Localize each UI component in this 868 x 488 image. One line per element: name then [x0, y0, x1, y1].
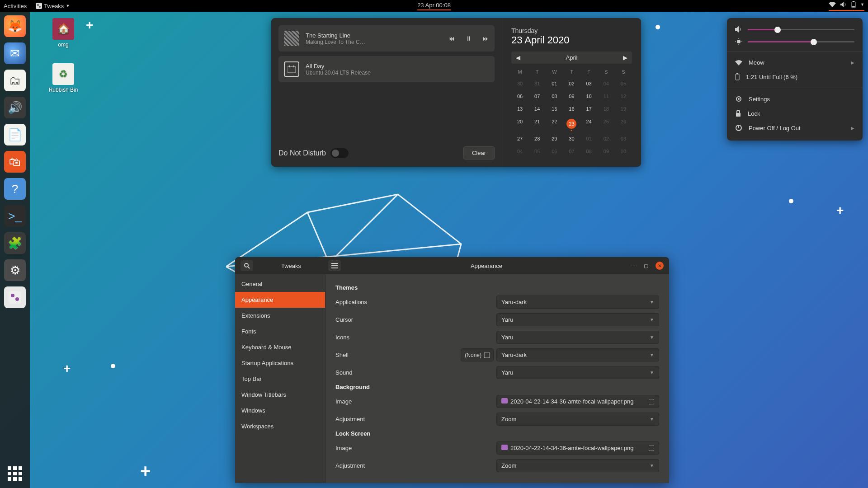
media-next-button[interactable]: ⏭ — [483, 35, 489, 42]
calendar-day[interactable]: 02 — [563, 77, 580, 90]
calendar-day[interactable]: 30 — [511, 77, 528, 90]
calendar-day[interactable]: 04 — [511, 145, 528, 158]
dock-firefox[interactable]: 🦊 — [4, 15, 26, 37]
calendar-day[interactable]: 10 — [615, 145, 632, 158]
calendar-day[interactable]: 09 — [598, 145, 615, 158]
calendar-day[interactable]: 05 — [528, 145, 546, 158]
calendar-day[interactable]: 24 — [580, 115, 598, 132]
calendar-day[interactable]: 10 — [580, 90, 598, 103]
dock-settings[interactable]: ⚙ — [4, 259, 26, 281]
hamburger-button[interactable] — [328, 260, 341, 271]
calendar-day[interactable]: 08 — [546, 90, 563, 103]
calendar-prev-button[interactable]: ◀ — [516, 54, 520, 61]
sidebar-item-workspaces[interactable]: Workspaces — [235, 418, 325, 434]
bg-image-chooser[interactable]: 2020-04-22-14-34-36-amte-focal-wallpaper… — [496, 395, 659, 408]
calendar-day[interactable]: 22 — [546, 115, 563, 132]
dock-rhythmbox[interactable]: 🔊 — [4, 97, 26, 118]
dock-thunderbird[interactable]: ✉ — [4, 42, 26, 64]
sidebar-item-general[interactable]: General — [235, 276, 325, 292]
sound-combo[interactable]: Yaru▼ — [496, 366, 659, 379]
calendar-next-button[interactable]: ▶ — [623, 54, 627, 61]
clear-notifications-button[interactable]: Clear — [463, 146, 495, 160]
settings-menu-item[interactable]: Settings — [727, 92, 863, 106]
event-notification[interactable]: All Day Ubuntu 20.04 LTS Release — [278, 56, 495, 82]
dock-software[interactable]: 🛍 — [4, 151, 26, 173]
shell-none-button[interactable]: (None) — [461, 348, 494, 361]
media-notification[interactable]: The Starting Line Making Love To The C… … — [278, 25, 495, 52]
media-prev-button[interactable]: ⏮ — [448, 35, 455, 42]
dock-terminal[interactable]: >_ — [4, 205, 26, 227]
dnd-toggle[interactable] — [330, 148, 349, 158]
calendar-day[interactable]: 21 — [528, 115, 546, 132]
sidebar-item-startup-applications[interactable]: Startup Applications — [235, 355, 325, 371]
applications-combo[interactable]: Yaru-dark▼ — [496, 296, 659, 309]
desktop-trash[interactable]: ♻ Rubbish Bin — [45, 63, 81, 93]
calendar-day[interactable]: 02 — [598, 132, 615, 145]
calendar-day[interactable]: 25 — [598, 115, 615, 132]
maximize-button[interactable]: ▢ — [643, 263, 649, 269]
clock[interactable]: 23 Apr 00:08 — [417, 2, 451, 10]
sidebar-item-keyboard-mouse[interactable]: Keyboard & Mouse — [235, 339, 325, 355]
calendar-day[interactable]: 13 — [511, 103, 528, 115]
calendar-day[interactable]: 16 — [563, 103, 580, 115]
power-menu-item[interactable]: Power Off / Log Out▶ — [727, 121, 863, 135]
calendar-day[interactable]: 14 — [528, 103, 546, 115]
dock-extensions[interactable]: 🧩 — [4, 232, 26, 254]
calendar-day[interactable]: 15 — [546, 103, 563, 115]
calendar-day[interactable]: 19 — [615, 103, 632, 115]
sidebar-item-extensions[interactable]: Extensions — [235, 308, 325, 324]
calendar-day[interactable]: 12 — [615, 90, 632, 103]
media-pause-button[interactable]: ⏸ — [466, 35, 472, 42]
system-tray[interactable]: ▼ — [829, 1, 864, 11]
calendar-day[interactable]: 09 — [563, 90, 580, 103]
close-button[interactable]: ✕ — [656, 262, 664, 270]
calendar-day[interactable]: 03 — [615, 132, 632, 145]
calendar-day[interactable]: 03 — [580, 77, 598, 90]
calendar-day[interactable]: 28 — [528, 132, 546, 145]
sidebar-item-top-bar[interactable]: Top Bar — [235, 371, 325, 387]
calendar-day[interactable]: 18 — [598, 103, 615, 115]
battery-menu-item[interactable]: 1:21 Until Full (6 %) — [727, 70, 863, 84]
calendar-day[interactable]: 01 — [546, 77, 563, 90]
lock-menu-item[interactable]: Lock — [727, 106, 863, 121]
dock-show-apps[interactable] — [4, 463, 26, 484]
calendar-day[interactable]: 06 — [546, 145, 563, 158]
cursor-combo[interactable]: Yaru▼ — [496, 313, 659, 326]
search-button[interactable] — [241, 260, 253, 271]
dock-writer[interactable]: 📄 — [4, 124, 26, 145]
calendar-day[interactable]: 29 — [546, 132, 563, 145]
wifi-menu-item[interactable]: Meow▶ — [727, 56, 863, 70]
desktop-home-folder[interactable]: 🏠 omg — [45, 18, 81, 48]
calendar-day[interactable]: 26 — [615, 115, 632, 132]
calendar-day[interactable]: 06 — [511, 90, 528, 103]
dock-files[interactable]: 🗂 — [4, 70, 26, 91]
activities-button[interactable]: Activities — [4, 3, 27, 9]
calendar-day[interactable]: 05 — [615, 77, 632, 90]
volume-slider[interactable] — [748, 29, 854, 30]
calendar-day[interactable]: 07 — [563, 145, 580, 158]
calendar-day[interactable]: 30 — [563, 132, 580, 145]
sidebar-item-fonts[interactable]: Fonts — [235, 324, 325, 339]
minimize-button[interactable]: ─ — [630, 263, 637, 269]
dock-help[interactable]: ? — [4, 178, 26, 200]
calendar-day[interactable]: 23 — [563, 115, 580, 132]
brightness-slider[interactable] — [748, 41, 854, 42]
calendar-day[interactable]: 01 — [580, 132, 598, 145]
ls-image-chooser[interactable]: 2020-04-22-14-34-36-amte-focal-wallpaper… — [496, 441, 659, 455]
sidebar-item-appearance[interactable]: Appearance — [235, 292, 325, 308]
calendar-day[interactable]: 20 — [511, 115, 528, 132]
sidebar-item-window-titlebars[interactable]: Window Titlebars — [235, 387, 325, 403]
calendar-day[interactable]: 11 — [598, 90, 615, 103]
calendar-day[interactable]: 04 — [598, 77, 615, 90]
shell-combo[interactable]: Yaru-dark▼ — [496, 348, 659, 361]
calendar-day[interactable]: 07 — [528, 90, 546, 103]
sidebar-item-windows[interactable]: Windows — [235, 403, 325, 418]
calendar-day[interactable]: 27 — [511, 132, 528, 145]
ls-adjust-combo[interactable]: Zoom▼ — [496, 459, 659, 472]
dock-tweaks[interactable] — [4, 286, 26, 308]
calendar-day[interactable]: 17 — [580, 103, 598, 115]
app-menu[interactable]: Tweaks ▼ — [36, 3, 70, 9]
icons-combo[interactable]: Yaru▼ — [496, 331, 659, 344]
bg-adjust-combo[interactable]: Zoom▼ — [496, 413, 659, 426]
calendar-day[interactable]: 08 — [580, 145, 598, 158]
